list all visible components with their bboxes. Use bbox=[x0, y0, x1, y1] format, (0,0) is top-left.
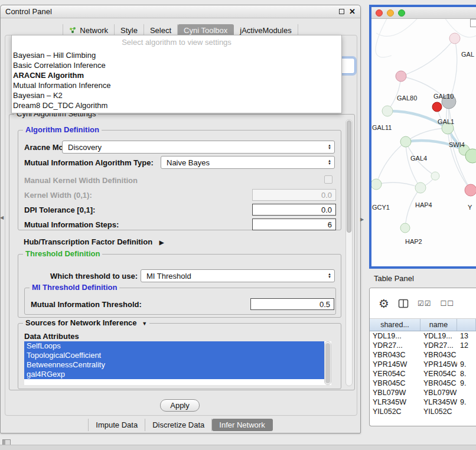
dpi-tolerance-input[interactable]: 0.0 bbox=[252, 204, 336, 216]
algorithm-option[interactable]: Bayesian – Hill Climbing bbox=[12, 50, 341, 60]
dpi-tolerance-value: 0.0 bbox=[321, 206, 332, 214]
bottom-tab[interactable]: Discretize Data bbox=[145, 419, 212, 431]
algorithm-option[interactable]: Mutual Information Inference bbox=[12, 80, 341, 90]
table-row[interactable]: YLR345W YLR345W 9. bbox=[370, 397, 476, 407]
apply-button-label: Apply bbox=[170, 401, 190, 410]
mac-zoom-button[interactable] bbox=[398, 9, 405, 17]
network-edge[interactable] bbox=[406, 142, 420, 188]
network-node[interactable] bbox=[415, 182, 426, 193]
network-edge[interactable] bbox=[449, 38, 457, 102]
bottom-tab[interactable]: Impute Data bbox=[88, 419, 145, 431]
show-columns-icon[interactable] bbox=[398, 298, 409, 309]
algorithm-option[interactable]: Basic Correlation Inference bbox=[12, 60, 341, 70]
column-header[interactable]: shared... bbox=[370, 319, 420, 331]
network-window-titlebar[interactable] bbox=[371, 7, 476, 19]
network-edge[interactable] bbox=[376, 182, 420, 188]
cell-shared-name: YBR045C bbox=[370, 379, 420, 387]
list-scrollbar-thumb[interactable] bbox=[325, 343, 330, 383]
splitter-collapse-right-icon[interactable]: ▶ bbox=[360, 217, 364, 222]
manual-kernel-checkbox[interactable] bbox=[324, 175, 332, 184]
list-item[interactable]: gal4RGexp bbox=[24, 370, 324, 379]
list-item[interactable]: TopologicalCoefficient bbox=[24, 351, 324, 360]
bottom-tab[interactable]: Infer Network bbox=[212, 419, 272, 431]
cell-name: YBR043C bbox=[420, 351, 457, 359]
list-item[interactable]: BetweennessCentrality bbox=[24, 360, 324, 370]
sources-group-title[interactable]: Sources for Network Inference ▼ bbox=[23, 319, 149, 328]
table-toolbar: ⚙ ☑☑ ☐☐ bbox=[370, 288, 476, 319]
mi-threshold-value: 0.5 bbox=[319, 300, 330, 309]
network-node[interactable] bbox=[382, 106, 393, 116]
cell-value: 9. bbox=[457, 398, 476, 406]
cell-shared-name: YIL052C bbox=[370, 407, 420, 416]
algorithm-option[interactable]: Dream8 DC_TDC Algorithm bbox=[12, 100, 341, 110]
mi-steps-input[interactable]: 6 bbox=[252, 219, 336, 230]
threshold-definition-title: Threshold Definition bbox=[23, 250, 102, 258]
kernel-width-input[interactable]: 0.0 bbox=[252, 189, 336, 201]
manual-kernel-label: Manual Kernel Width Definition bbox=[24, 176, 138, 185]
network-canvas[interactable]: GALGAL80GAL10GAL11GAL1SWI4GAL4GCY1HAP4YH… bbox=[371, 19, 476, 266]
network-node[interactable] bbox=[432, 102, 442, 112]
network-node[interactable] bbox=[431, 172, 439, 180]
column-header[interactable] bbox=[457, 319, 476, 331]
aracne-mode-select[interactable]: Discovery ▲▼ bbox=[62, 141, 335, 154]
cell-shared-name: YBR043C bbox=[370, 351, 420, 359]
node-label: GAL10 bbox=[433, 93, 454, 100]
tab-label: Style bbox=[120, 26, 138, 35]
splitter-collapse-left-icon[interactable]: ◀ bbox=[0, 215, 4, 220]
mi-type-select[interactable]: Naive Bayes ▲▼ bbox=[161, 156, 335, 169]
network-graph[interactable]: GALGAL80GAL10GAL11GAL1SWI4GAL4GCY1HAP4YH… bbox=[371, 19, 476, 266]
node-label: GCY1 bbox=[372, 204, 390, 211]
float-window-icon[interactable] bbox=[339, 9, 344, 14]
cell-shared-name: YDR27... bbox=[370, 341, 420, 350]
deselect-all-icon[interactable]: ☐☐ bbox=[440, 299, 454, 308]
sources-title-label: Sources for Network Inference bbox=[25, 318, 137, 327]
network-edge[interactable] bbox=[376, 142, 406, 184]
data-attributes-list[interactable]: SelfLoopsTopologicalCoefficientBetweenne… bbox=[24, 341, 331, 385]
node-label: SWI4 bbox=[449, 141, 465, 148]
algorithm-option[interactable]: ARACNE Algorithm bbox=[12, 70, 341, 80]
network-node[interactable] bbox=[449, 33, 460, 44]
algorithm-option[interactable]: Bayesian – K2 bbox=[12, 90, 341, 100]
bottom-tab-label: Impute Data bbox=[96, 420, 138, 429]
hub-section-toggle[interactable]: Hub/Transcription Factor Definition ▶ bbox=[24, 237, 164, 246]
list-scrollbar[interactable] bbox=[324, 341, 331, 385]
mac-minimize-button[interactable] bbox=[387, 9, 394, 17]
table-row[interactable]: YBL079W YBL079W bbox=[370, 388, 476, 397]
network-edge[interactable] bbox=[401, 38, 455, 76]
table-row[interactable]: YDR27... YDR27... 12 bbox=[370, 341, 476, 350]
mi-threshold-input[interactable]: 0.5 bbox=[250, 298, 334, 310]
bottom-strip bbox=[0, 445, 476, 450]
tab-label: Select bbox=[150, 26, 171, 35]
table-row[interactable]: YPR145W YPR145W 9. bbox=[370, 360, 476, 369]
cell-name: YDL19... bbox=[420, 332, 457, 340]
table-row[interactable]: YBR045C YBR045C 9. bbox=[370, 379, 476, 388]
cell-shared-name: YBL079W bbox=[370, 389, 420, 397]
which-threshold-label: Which threshold to use: bbox=[50, 272, 138, 281]
network-node[interactable] bbox=[400, 136, 411, 147]
which-threshold-select[interactable]: MI Threshold ▲▼ bbox=[141, 269, 335, 282]
column-header[interactable]: name bbox=[420, 319, 457, 331]
scrollbar-thumb[interactable] bbox=[347, 120, 351, 233]
kernel-width-label: Kernel Width (0,1): bbox=[24, 191, 92, 200]
select-all-icon[interactable]: ☑☑ bbox=[418, 299, 432, 308]
network-node[interactable] bbox=[371, 179, 382, 190]
tab-label: Cyni Toolbox bbox=[184, 26, 227, 35]
table-row[interactable]: YIL052C YIL052C bbox=[370, 407, 476, 416]
close-icon[interactable]: ✕ bbox=[349, 9, 356, 15]
settings-scrollbar[interactable] bbox=[345, 119, 353, 386]
table-row[interactable]: YER054C YER054C 8. bbox=[370, 369, 476, 379]
list-item[interactable]: SelfLoops bbox=[24, 341, 324, 351]
table-row[interactable]: YBR043C YBR043C bbox=[370, 350, 476, 360]
cell-value: 13 bbox=[457, 332, 476, 340]
network-node[interactable] bbox=[396, 71, 406, 81]
birdseye-corner-box[interactable] bbox=[470, 19, 476, 27]
table-row[interactable]: YDL19... YDL19... 13 bbox=[370, 331, 476, 341]
network-node[interactable] bbox=[465, 184, 476, 196]
mac-close-button[interactable] bbox=[376, 9, 383, 17]
network-node[interactable] bbox=[400, 223, 410, 233]
aracne-mode-value: Discovery bbox=[68, 143, 102, 152]
control-panel-titlebar[interactable]: Control Panel ✕ bbox=[1, 5, 360, 18]
apply-button[interactable]: Apply bbox=[160, 399, 200, 412]
gear-icon[interactable]: ⚙ bbox=[379, 298, 389, 309]
hub-section-label: Hub/Transcription Factor Definition bbox=[24, 237, 152, 246]
